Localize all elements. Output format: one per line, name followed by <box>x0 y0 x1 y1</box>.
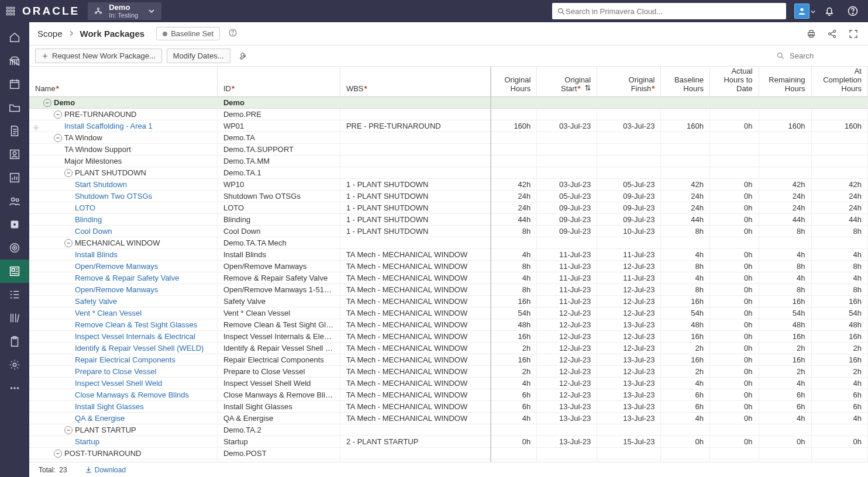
row-name[interactable]: Remove & Repair Safety Valve <box>75 274 179 282</box>
table-row[interactable]: MECHANICAL WINDOWDemo.TA.TA Mech <box>29 237 868 249</box>
app-switcher-icon[interactable] <box>4 4 18 18</box>
row-name[interactable]: Startup <box>75 437 99 446</box>
col-id[interactable]: ID* <box>217 67 340 97</box>
nav-clipboard-icon[interactable] <box>0 330 29 353</box>
workspace-selector[interactable]: Demo In: Testing <box>88 2 161 20</box>
table-row[interactable]: Open/Remove ManwaysOpen/Remove Manways 1… <box>29 284 868 296</box>
row-name[interactable]: Inspect Vessel Internals & Electrical <box>75 332 195 341</box>
breadcrumb-scope[interactable]: Scope <box>37 29 63 39</box>
breadcrumb-page[interactable]: Work Packages <box>80 29 145 39</box>
row-name[interactable]: Identify & Repair Vessel Shell (WELD) <box>75 344 204 352</box>
nav-team-icon[interactable] <box>0 189 29 213</box>
row-name[interactable]: Shutdown Two OTSGs <box>75 192 152 201</box>
row-name[interactable]: Install Scaffolding - Area 1 <box>64 122 153 130</box>
table-row[interactable]: Inspect Vessel Internals & ElectricalIns… <box>29 331 868 343</box>
grid-search-input[interactable] <box>790 51 860 60</box>
table-row[interactable]: Identify & Repair Vessel Shell (WELD)Ide… <box>29 343 868 354</box>
table-row[interactable]: Start ShutdownWP101 - PLANT SHUTDOWN42h0… <box>29 179 868 191</box>
row-name[interactable]: LOTO <box>75 203 95 212</box>
table-row[interactable]: Safety ValveSafety ValveTA Mech - MECHAN… <box>29 296 868 307</box>
nav-document-icon[interactable] <box>0 119 29 143</box>
table-row[interactable]: Cool DownCool Down1 - PLANT SHUTDOWN8h09… <box>29 226 868 237</box>
row-name[interactable]: Install Sight Glasses <box>75 402 144 411</box>
nav-reports-icon[interactable] <box>0 166 29 189</box>
nav-settings-icon[interactable] <box>0 353 29 376</box>
table-row[interactable]: BlindingBlinding1 - PLANT SHUTDOWN44h09-… <box>29 214 868 226</box>
table-row[interactable]: QA & EnergiseQA & EnergiseTA Mech - MECH… <box>29 413 868 424</box>
table-row[interactable]: TA WindowDemo.TA <box>29 132 868 144</box>
nav-tasks-icon[interactable] <box>0 283 29 306</box>
help-inline-icon[interactable] <box>228 28 237 39</box>
row-name[interactable]: QA & Energise <box>75 414 125 423</box>
table-row[interactable]: PLANT SHUTDOWNDemo.TA.1 <box>29 167 868 179</box>
table-row[interactable]: PLANT STARTUPDemo.TA.2 <box>29 424 868 436</box>
nav-more-icon[interactable] <box>0 376 29 400</box>
table-row[interactable]: Install Scaffolding - Area 1WP01PRE - PR… <box>29 120 868 132</box>
table-row[interactable]: Install Sight GlassesInstall Sight Glass… <box>29 401 868 413</box>
col-at-completion[interactable]: At Completion Hours <box>811 67 867 97</box>
row-name[interactable]: Vent * Clean Vessel <box>75 309 142 317</box>
help-icon[interactable] <box>843 2 862 20</box>
table-row[interactable]: Install BlindsInstall BlindsTA Mech - ME… <box>29 249 868 261</box>
global-search-input[interactable] <box>566 7 781 16</box>
configure-icon[interactable] <box>237 50 249 62</box>
row-settings-icon[interactable] <box>30 122 41 132</box>
table-row[interactable]: POST-TURNAROUNDDemo.POST <box>29 448 868 459</box>
table-row[interactable]: Remove Clean & Test Sight GlassesRemove … <box>29 319 868 331</box>
collapse-icon[interactable] <box>64 169 73 177</box>
nav-home-icon[interactable] <box>0 26 29 49</box>
print-icon[interactable] <box>805 27 818 40</box>
row-name[interactable]: Repair Electrical Components <box>75 355 175 364</box>
row-name[interactable]: Blinding <box>75 215 102 224</box>
row-name[interactable]: Safety Valve <box>75 297 117 306</box>
table-row[interactable]: Open/Remove ManwaysOpen/Remove ManwaysTA… <box>29 261 868 272</box>
table-row[interactable]: Vent * Clean VesselVent * Clean VesselTA… <box>29 307 868 319</box>
nav-risk-icon[interactable] <box>0 213 29 236</box>
notifications-icon[interactable] <box>820 2 839 20</box>
table-row[interactable]: TA Window SupportDemo.TA.SUPPORT <box>29 144 868 155</box>
col-original-finish[interactable]: Original Finish* <box>597 67 661 97</box>
collapse-icon[interactable] <box>54 110 62 119</box>
nav-scope-icon[interactable] <box>0 260 29 283</box>
col-wbs[interactable]: WBS* <box>340 67 490 97</box>
collapse-icon[interactable] <box>64 239 73 247</box>
row-name[interactable]: Close Manways & Remove Blinds <box>75 390 189 399</box>
nav-folder-icon[interactable] <box>0 96 29 119</box>
row-name[interactable]: Start Shutdown <box>75 180 127 189</box>
row-name[interactable]: Prepare to Close Vessel <box>75 367 156 376</box>
row-name[interactable]: Cool Down <box>75 227 112 236</box>
share-icon[interactable] <box>826 27 839 40</box>
modify-dates-button[interactable]: Modify Dates... <box>167 49 230 63</box>
col-actual-hours[interactable]: Actual Hours to Date <box>709 67 759 97</box>
table-row[interactable]: Shutdown Two OTSGsShutdown Two OTSGs1 - … <box>29 191 868 202</box>
col-original-start[interactable]: Original Start* <box>537 67 597 97</box>
row-name[interactable]: Remove Clean & Test Sight Glasses <box>75 320 197 329</box>
row-name[interactable]: Open/Remove Manways <box>75 285 158 294</box>
table-row[interactable]: Remove & Repair Safety ValveRemove & Rep… <box>29 272 868 284</box>
download-link[interactable]: Download <box>85 466 126 474</box>
col-name[interactable]: Name* <box>29 67 217 97</box>
collapse-icon[interactable] <box>64 426 73 434</box>
table-row[interactable]: LOTOLOTO1 - PLANT SHUTDOWN24h09-Jul-2309… <box>29 202 868 214</box>
table-row[interactable]: Close Manways & Remove BlindsClose Manwa… <box>29 389 868 401</box>
col-remaining-hours[interactable]: Remaining Hours <box>759 67 811 97</box>
fullscreen-icon[interactable] <box>847 27 860 40</box>
grid-search[interactable] <box>774 50 862 61</box>
nav-portfolio-icon[interactable] <box>0 49 29 72</box>
collapse-icon[interactable] <box>54 134 62 142</box>
row-name[interactable]: Remove Scaffolding <box>64 461 132 462</box>
user-avatar[interactable] <box>794 4 810 19</box>
nav-resources-icon[interactable] <box>0 143 29 166</box>
baseline-chip[interactable]: Baseline Set <box>156 27 220 40</box>
table-row[interactable]: StartupStartup2 - PLANT STARTUP0h13-Jul-… <box>29 436 868 448</box>
nav-library-icon[interactable] <box>0 306 29 330</box>
table-row[interactable]: Inspect Vessel Shell WeldInspect Vessel … <box>29 378 868 389</box>
table-row[interactable]: PRE-TURNAROUNDDemo.PRE <box>29 109 868 120</box>
table-row[interactable]: Prepare to Close VesselPrepare to Close … <box>29 366 868 378</box>
row-name[interactable]: Install Blinds <box>75 250 118 259</box>
nav-target-icon[interactable] <box>0 236 29 260</box>
collapse-icon[interactable] <box>43 99 51 107</box>
row-name[interactable]: Open/Remove Manways <box>75 262 158 271</box>
request-work-package-button[interactable]: Request New Work Package... <box>35 49 162 63</box>
col-baseline-hours[interactable]: Baseline Hours <box>661 67 710 97</box>
